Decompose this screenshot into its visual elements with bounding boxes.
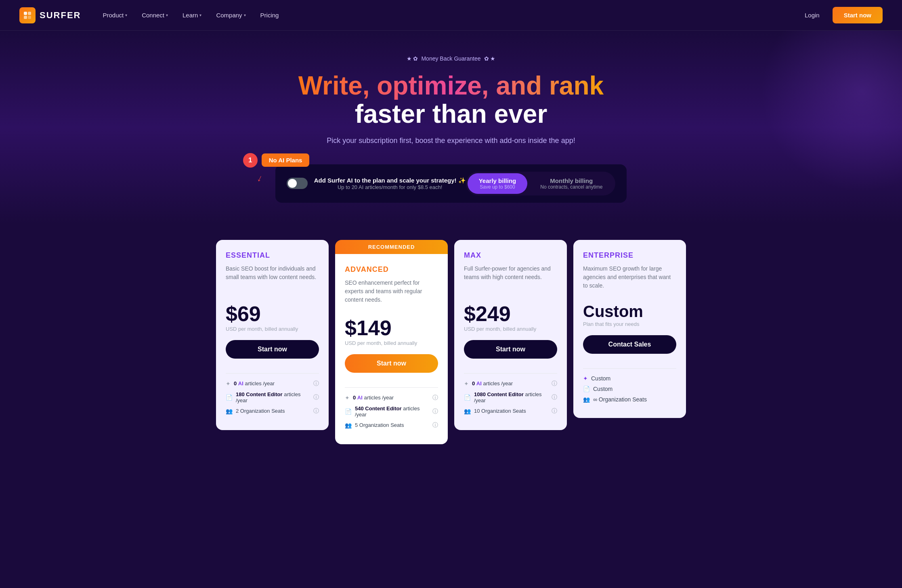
content-editor-advanced: 📄 540 Content Editor articles /year ⓘ	[345, 405, 438, 418]
plan-title-essential: ESSENTIAL	[226, 251, 319, 260]
logo-icon	[19, 7, 36, 23]
nav-item-learn[interactable]: Learn ▾	[177, 8, 207, 22]
yearly-billing-option[interactable]: Yearly billing Save up to $600	[468, 173, 528, 194]
toggle-sub-text: Up to 20 AI articles/month for only $8.5…	[314, 184, 466, 190]
info-icon: ⓘ	[313, 380, 319, 387]
plan-desc-advanced: SEO enhancement perfect for experts and …	[345, 279, 438, 308]
plan-card-essential: ESSENTIAL Basic SEO boost for individual…	[216, 240, 329, 430]
sparkle-icon: ✦	[583, 375, 588, 382]
ai-articles-max: ✦ 0 AI articles /year ⓘ	[464, 380, 557, 387]
plan-price-enterprise: Custom	[583, 303, 676, 319]
nav-item-company[interactable]: Company ▾	[210, 8, 251, 22]
info-icon: ⓘ	[313, 394, 319, 401]
hero-title-gradient: Write, optimize, and rank	[298, 71, 604, 100]
brand-name: SURFER	[40, 10, 81, 21]
start-now-nav-button[interactable]: Start now	[833, 7, 883, 23]
chevron-down-icon: ▾	[244, 13, 246, 17]
sparkle-icon: ✦	[464, 380, 469, 387]
plan-price-essential: $69	[226, 303, 319, 324]
chevron-down-icon: ▾	[125, 13, 127, 17]
navbar: SURFER Product ▾ Connect ▾ Learn ▾ Compa…	[0, 0, 902, 31]
plan-price-sub-advanced: USD per month, billed annually	[345, 340, 438, 346]
info-icon: ⓘ	[552, 407, 557, 415]
recommended-banner: RECOMMENDED	[335, 240, 448, 254]
info-icon: ⓘ	[432, 408, 438, 415]
doc-icon: 📄	[345, 408, 352, 415]
nav-item-connect[interactable]: Connect ▾	[136, 8, 174, 22]
annotation-label: No AI Plans	[262, 153, 310, 167]
org-seats-enterprise: 👥 ∞ Organization Seats	[583, 396, 676, 403]
content-editor-enterprise: 📄 Custom	[583, 386, 676, 392]
star-icon-right: ✿ ★	[484, 55, 496, 62]
hero-section: ★ ✿ Money Back Guarantee ✿ ★ Write, opti…	[0, 31, 902, 224]
content-editor-essential: 📄 180 Content Editor articles /year ⓘ	[226, 391, 319, 403]
pricing-grid: ESSENTIAL Basic SEO boost for individual…	[216, 240, 686, 444]
svg-rect-1	[28, 12, 31, 15]
star-icon: ★ ✿	[407, 55, 418, 62]
hero-title: Write, optimize, and rank faster than ev…	[19, 71, 883, 128]
start-now-max-button[interactable]: Start now	[464, 340, 557, 359]
annotation-number: 1	[243, 153, 258, 168]
plan-price-advanced: $149	[345, 317, 438, 338]
ai-articles-enterprise: ✦ Custom	[583, 375, 676, 382]
plan-price-sub-essential: USD per month, billed annually	[226, 326, 319, 332]
pricing-section: ESSENTIAL Basic SEO boost for individual…	[197, 224, 705, 468]
ai-articles-essential: ✦ 0 AI articles /year ⓘ	[226, 380, 319, 387]
doc-icon: 📄	[226, 394, 233, 401]
users-icon: 👥	[583, 396, 590, 403]
sparkle-icon: ✦	[345, 395, 350, 401]
org-seats-advanced: 👥 5 Organization Seats ⓘ	[345, 422, 438, 429]
nav-item-product[interactable]: Product ▾	[97, 8, 133, 22]
chevron-down-icon: ▾	[199, 13, 201, 17]
login-button[interactable]: Login	[798, 8, 826, 22]
plan-title-max: MAX	[464, 251, 557, 260]
annotation-arrow: ↓	[255, 172, 264, 184]
sparkle-icon: ✦	[226, 380, 231, 387]
nav-links: Product ▾ Connect ▾ Learn ▾ Company ▾ Pr…	[97, 8, 798, 22]
info-icon: ⓘ	[552, 394, 557, 401]
billing-options: Yearly billing Save up to $600 Monthly b…	[466, 172, 616, 195]
toggle-knob	[288, 179, 297, 188]
svg-rect-2	[24, 16, 27, 19]
info-icon: ⓘ	[432, 422, 438, 429]
info-icon: ⓘ	[552, 380, 557, 387]
org-seats-essential: 👥 2 Organization Seats ⓘ	[226, 407, 319, 415]
plan-title-enterprise: ENTERPRISE	[583, 251, 676, 260]
ai-toggle[interactable]	[287, 178, 308, 189]
plan-desc-enterprise: Maximum SEO growth for large agencies an…	[583, 265, 676, 294]
ai-articles-advanced: ✦ 0 AI articles /year ⓘ	[345, 394, 438, 401]
billing-toggle-text: Add Surfer AI to the plan and scale your…	[314, 177, 466, 190]
info-icon: ⓘ	[313, 407, 319, 415]
doc-icon: 📄	[464, 394, 471, 401]
doc-icon: 📄	[583, 386, 590, 392]
plan-price-sub-enterprise: Plan that fits your needs	[583, 321, 676, 327]
users-icon: 👥	[345, 422, 352, 428]
start-now-advanced-button[interactable]: Start now	[345, 354, 438, 373]
plan-card-advanced: RECOMMENDED ADVANCED SEO enhancement per…	[335, 240, 448, 444]
start-now-essential-button[interactable]: Start now	[226, 340, 319, 359]
svg-rect-0	[24, 12, 27, 15]
plan-desc-essential: Basic SEO boost for individuals and smal…	[226, 265, 319, 294]
monthly-billing-option[interactable]: Monthly billing No contracts, cancel any…	[529, 173, 614, 194]
plan-price-sub-max: USD per month, billed annually	[464, 326, 557, 332]
org-seats-max: 👥 10 Organization Seats ⓘ	[464, 407, 557, 415]
info-icon: ⓘ	[432, 394, 438, 401]
content-editor-max: 📄 1080 Content Editor articles /year ⓘ	[464, 391, 557, 403]
logo[interactable]: SURFER	[19, 7, 81, 23]
svg-rect-3	[28, 16, 31, 19]
plan-price-max: $249	[464, 303, 557, 324]
chevron-down-icon: ▾	[166, 13, 168, 17]
plan-card-enterprise: ENTERPRISE Maximum SEO growth for large …	[573, 240, 686, 418]
nav-actions: Login Start now	[798, 7, 883, 23]
plan-card-max: MAX Full Surfer-power for agencies and t…	[454, 240, 567, 430]
guarantee-badge: ★ ✿ Money Back Guarantee ✿ ★	[407, 55, 496, 62]
plan-desc-max: Full Surfer-power for agencies and teams…	[464, 265, 557, 294]
contact-sales-button[interactable]: Contact Sales	[583, 335, 676, 354]
plan-title-advanced: ADVANCED	[345, 265, 438, 274]
users-icon: 👥	[464, 408, 471, 414]
toggle-main-text: Add Surfer AI to the plan and scale your…	[314, 177, 466, 184]
nav-item-pricing[interactable]: Pricing	[255, 8, 285, 22]
billing-row: Add Surfer AI to the plan and scale your…	[275, 164, 627, 203]
billing-left: Add Surfer AI to the plan and scale your…	[287, 177, 466, 190]
users-icon: 👥	[226, 408, 233, 414]
